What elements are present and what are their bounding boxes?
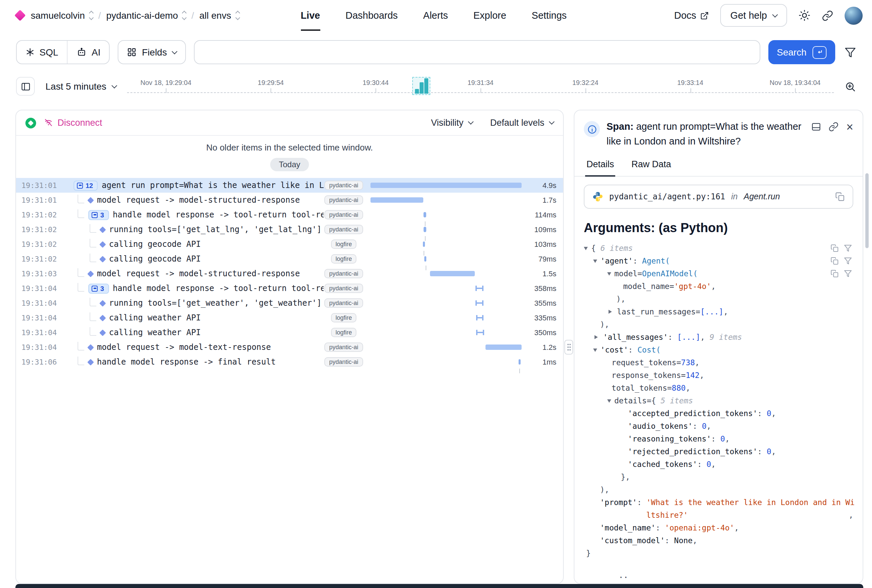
code-line: 'custom_model': None, [584,534,853,547]
filter-icon[interactable] [845,46,856,58]
trace-row[interactable]: 19:31:0112agent run prompt=What is the w… [16,178,563,193]
user-avatar[interactable] [845,6,863,24]
trace-row[interactable]: 19:31:04model request -> model-text-resp… [16,340,563,354]
collapse-count-badge[interactable]: 3 [88,210,109,220]
copy-icon[interactable] [835,192,845,201]
timeline-tick-label: 19:31:34 [467,79,493,86]
sql-mode-button[interactable]: SQL [17,41,67,63]
disconnect-button[interactable]: Disconnect [43,118,102,128]
breadcrumb-item[interactable]: samuelcolvin [31,10,93,21]
histogram-selection[interactable] [412,77,430,95]
tab-raw-data[interactable]: Raw Data [630,154,673,176]
trace-row[interactable]: 19:31:023handle model response -> tool-r… [16,207,563,222]
docs-link[interactable]: Docs [674,10,709,21]
trace-row[interactable]: 19:31:02calling geocode APIlogfire103ms [16,237,563,252]
tree-connector [90,298,96,306]
theme-toggle-button[interactable] [799,9,811,21]
breadcrumb-separator: / [191,10,194,21]
copy-link-icon[interactable] [829,122,839,132]
trace-row[interactable]: 19:31:04calling weather APIlogfire350ms [16,325,563,340]
caret-down-icon[interactable] [607,399,611,405]
close-icon[interactable]: × [846,122,853,132]
time-range-dropdown[interactable]: Last 5 minutes [45,81,116,92]
arguments-code: { 6 items'agent': Agent(model=OpenAIMode… [584,242,853,560]
span-name: agent run prompt=What is the weather lik… [102,181,324,190]
share-link-button[interactable] [822,10,833,21]
visibility-dropdown[interactable]: Visibility [431,118,473,128]
caret-right-icon[interactable] [595,335,600,339]
source-location-box[interactable]: pydantic_ai/agent.py:161 in Agent.run [584,184,853,208]
copy-json-button[interactable] [830,257,839,265]
caret-down-icon[interactable] [607,272,611,278]
trace-row[interactable]: 19:31:01model request -> model-structure… [16,193,563,207]
filter-json-button[interactable] [844,257,852,265]
disconnect-label: Disconnect [57,118,102,128]
bottom-drawer-edge[interactable] [15,584,863,588]
row-main: calling geocode API [73,240,324,249]
caret-down-icon[interactable] [593,260,597,265]
selector-updown-icon [183,11,186,20]
code-line: ), [584,292,853,305]
ai-mode-button[interactable]: AI [67,41,109,63]
today-pill[interactable]: Today [270,158,309,171]
duration-bar [518,359,521,364]
search-button[interactable]: Search [768,40,835,64]
caret-right-icon[interactable] [608,310,614,314]
nav-item-alerts[interactable]: Alerts [423,0,448,31]
timeline[interactable]: Nov 18, 19:29:0419:29:5419:30:4419:31:34… [127,76,834,96]
row-duration: 350ms [526,328,556,336]
query-input[interactable] [193,40,760,64]
trace-row[interactable]: 19:31:06handle model response -> final r… [16,354,563,369]
trace-row[interactable]: 19:31:03model request -> model-structure… [16,266,563,281]
row-timestamp: 19:31:02 [21,210,64,219]
copy-json-button[interactable] [830,244,839,252]
default-levels-dropdown[interactable]: Default levels [490,118,554,128]
breadcrumb-item[interactable]: pydantic-ai-demo [106,10,186,21]
panel-resize-handle[interactable] [564,339,573,354]
collapse-count-badge[interactable]: 3 [88,283,109,293]
row-main: model request -> model-structured-respon… [73,269,324,278]
code-line: 'all_messages': [...], 9 items [584,331,853,344]
detail-scrollbar-thumb[interactable] [865,173,869,248]
tree-connector [78,342,84,351]
trace-row[interactable]: 19:31:043handle model response -> tool-r… [16,281,563,296]
caret-down-icon[interactable] [593,348,597,354]
docs-label: Docs [674,10,696,21]
span-diamond-icon [99,329,106,336]
trace-row[interactable]: 19:31:02running tools=['get_lat_lng', 'g… [16,222,563,237]
sidebar-toggle-button[interactable] [16,77,35,96]
live-indicator-icon[interactable] [25,117,36,128]
nav-item-settings[interactable]: Settings [532,0,567,31]
grid-icon [127,48,137,57]
collapse-count-badge[interactable]: 12 [73,180,97,190]
trace-row[interactable]: 19:31:02calling geocode APIlogfire79ms [16,252,563,266]
logfire-logo-icon[interactable] [14,10,26,21]
nav-item-dashboards[interactable]: Dashboards [345,0,397,31]
waterfall-track [370,211,521,219]
dock-panel-icon[interactable] [812,122,821,132]
code-line: details={ 5 items [584,394,853,407]
source-scope: Agent.run [744,192,780,201]
trace-row[interactable]: 19:31:04running tools=['get_weather', 'g… [16,296,563,310]
copy-json-button[interactable] [830,270,839,278]
code-line: response_tokens=142, [584,369,853,382]
row-duration: 1.7s [526,196,556,204]
duration-bar [476,330,484,335]
span-name: calling geocode API [109,240,324,249]
span-label: Span: [607,121,634,132]
timeline-ticks: Nov 18, 19:29:0419:29:5419:30:4419:31:34… [166,76,795,96]
nav-item-explore[interactable]: Explore [473,0,506,31]
tab-details[interactable]: Details [585,154,616,176]
nav-item-live[interactable]: Live [301,0,320,31]
trace-row[interactable]: 19:31:04calling weather APIlogfire335ms [16,310,563,325]
row-timestamp: 19:31:04 [21,343,64,351]
scope-tag: pydantic-ai [324,298,364,308]
zoom-icon[interactable] [845,81,856,92]
caret-down-icon[interactable] [584,247,588,252]
get-help-button[interactable]: Get help [720,4,787,27]
fields-dropdown[interactable]: Fields [118,40,186,64]
row-main: handle model response -> final result [73,357,324,367]
filter-json-button[interactable] [844,270,852,278]
filter-json-button[interactable] [844,244,852,252]
breadcrumb-item[interactable]: all envs [199,10,239,21]
